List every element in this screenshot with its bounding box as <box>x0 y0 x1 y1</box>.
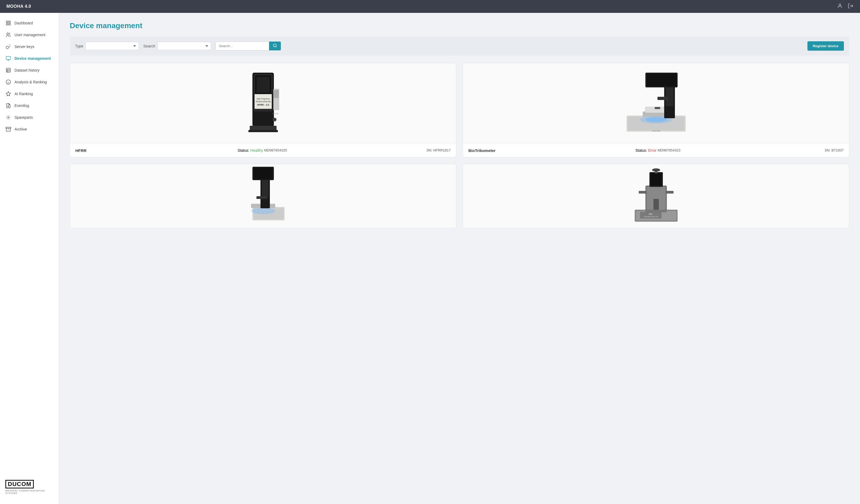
device-status-biotribometer: Status: Error <box>635 148 657 153</box>
sidebar-item-eventlog[interactable]: Eventlog <box>0 100 59 112</box>
svg-rect-4 <box>6 24 8 25</box>
device-card-krl[interactable]: KRL TAPERED ROLLER <box>463 164 849 228</box>
type-select[interactable] <box>85 42 139 50</box>
svg-point-21 <box>8 117 9 118</box>
search-label: Search <box>143 44 155 48</box>
svg-rect-50 <box>647 74 676 86</box>
svg-rect-59 <box>262 179 269 197</box>
search-button[interactable] <box>269 42 281 50</box>
svg-rect-71 <box>651 174 661 186</box>
search-input[interactable] <box>215 42 269 50</box>
device-id-hfrr: MD987654325 <box>264 148 426 153</box>
sidebar-item-archive[interactable]: Archive <box>0 123 59 135</box>
device-sn-hfrr: SN: HFRR1817 <box>427 148 451 153</box>
sidebar-label-analysis-ranking: Analysis & Ranking <box>14 80 47 84</box>
sidebar-nav: Dashboard User management Server keys <box>0 17 59 135</box>
svg-rect-75 <box>665 191 674 194</box>
svg-rect-65 <box>640 212 661 219</box>
svg-text:High Frequency: High Frequency <box>256 98 270 100</box>
sidebar-label-spareparts: Spareparts <box>14 115 33 120</box>
user-icon[interactable] <box>837 3 843 10</box>
device-image-hfrr: High Frequency Reciprocating Rig HFRR - … <box>70 63 456 144</box>
topbar: MOOHA 4.0 <box>0 0 860 13</box>
device-image-biotribometer: DUCOM <box>463 63 849 144</box>
sidebar-item-dashboard[interactable]: Dashboard <box>0 17 59 29</box>
svg-rect-2 <box>6 21 8 23</box>
device-image-3 <box>70 164 456 228</box>
logout-icon[interactable] <box>848 3 854 10</box>
svg-point-39 <box>274 118 276 121</box>
register-device-button[interactable]: Register device <box>807 41 844 51</box>
status-label-biotribometer: Status: <box>635 148 647 152</box>
device-status-hfrr: Status: Healthy <box>238 148 263 153</box>
status-value-biotribometer: Error <box>648 148 656 152</box>
svg-rect-3 <box>9 21 11 23</box>
search-category-select[interactable] <box>157 42 211 50</box>
sn-label-hfrr: SN: <box>427 148 432 152</box>
sidebar-item-analysis-ranking[interactable]: Analysis & Ranking <box>0 76 59 88</box>
sidebar-label-device-management: Device management <box>14 56 51 61</box>
sidebar-label-eventlog: Eventlog <box>14 103 29 108</box>
device-card-biotribometer[interactable]: DUCOM BioTribometer Status: Error MD9876… <box>463 63 849 157</box>
sidebar-item-dataset-history[interactable]: Dataset history <box>0 64 59 76</box>
sidebar-label-archive: Archive <box>14 127 27 131</box>
svg-rect-11 <box>6 68 11 72</box>
svg-marker-18 <box>6 92 11 96</box>
analysis-icon <box>5 79 11 85</box>
sidebar-item-user-management[interactable]: User management <box>0 29 59 41</box>
archive-icon <box>5 126 11 132</box>
dataset-history-icon <box>5 67 11 73</box>
type-label: Type <box>75 44 83 48</box>
sidebar-item-device-management[interactable]: Device management <box>0 53 59 64</box>
svg-point-7 <box>6 46 9 48</box>
status-value-hfrr: Healthy <box>250 148 263 152</box>
sidebar-item-server-keys[interactable]: Server keys <box>0 41 59 53</box>
device-info-hfrr: HFRR Status: Healthy MD987654325 SN: HFR… <box>70 144 456 157</box>
sidebar-item-spareparts[interactable]: Spareparts <box>0 112 59 123</box>
svg-text:Reciprocating Rig: Reciprocating Rig <box>256 101 270 103</box>
svg-rect-5 <box>9 24 11 25</box>
svg-line-25 <box>276 46 276 47</box>
sidebar-label-dataset-history: Dataset history <box>14 68 40 72</box>
app-title: MOOHA 4.0 <box>6 4 31 9</box>
device-id-biotribometer: MD987654323 <box>658 148 823 153</box>
svg-rect-22 <box>6 127 11 129</box>
ai-ranking-icon <box>5 91 11 97</box>
device-card-3[interactable] <box>70 164 456 228</box>
device-management-icon <box>5 56 11 61</box>
user-management-icon <box>5 32 11 38</box>
search-filter-group: Search <box>143 42 211 50</box>
server-keys-icon <box>5 44 11 49</box>
svg-text:DUCOM: DUCOM <box>272 113 278 115</box>
sidebar-item-ai-ranking[interactable]: AI Ranking <box>0 88 59 100</box>
sidebar: Dashboard User management Server keys <box>0 13 59 504</box>
device-name-biotribometer: BioTribometer <box>468 148 634 153</box>
svg-rect-8 <box>6 57 11 60</box>
svg-text:TAPERED ROLLER: TAPERED ROLLER <box>644 216 658 218</box>
svg-rect-74 <box>654 199 659 210</box>
sidebar-label-dashboard: Dashboard <box>14 21 33 25</box>
svg-text:KRL: KRL <box>649 213 653 215</box>
svg-rect-51 <box>658 97 668 100</box>
svg-point-6 <box>7 33 9 35</box>
spareparts-icon <box>5 115 11 120</box>
main-content: Device management Type Search <box>59 13 860 504</box>
dashboard-icon <box>5 20 11 26</box>
sn-value-hfrr: HFRR1817 <box>433 148 451 152</box>
svg-rect-61 <box>254 168 273 179</box>
sn-label-biotribometer: SN: <box>825 148 831 152</box>
ducom-logo: DUCOM MATERIAL CHARACTERIZATION SYSTEMS <box>0 475 59 500</box>
device-card-hfrr[interactable]: High Frequency Reciprocating Rig HFRR - … <box>70 63 456 157</box>
logo-subtitle: MATERIAL CHARACTERIZATION SYSTEMS <box>5 490 53 494</box>
svg-rect-48 <box>665 85 674 106</box>
topbar-actions <box>837 3 854 10</box>
svg-rect-37 <box>248 130 278 132</box>
svg-point-44 <box>645 117 667 122</box>
svg-rect-29 <box>256 77 270 93</box>
logo-box: DUCOM <box>5 480 34 488</box>
device-sn-biotribometer: SN: BT1937 <box>825 148 844 153</box>
device-info-biotribometer: BioTribometer Status: Error MD987654323 … <box>463 144 849 157</box>
status-label-hfrr: Status: <box>238 148 249 152</box>
sidebar-label-server-keys: Server keys <box>14 45 34 49</box>
svg-rect-76 <box>639 191 647 194</box>
